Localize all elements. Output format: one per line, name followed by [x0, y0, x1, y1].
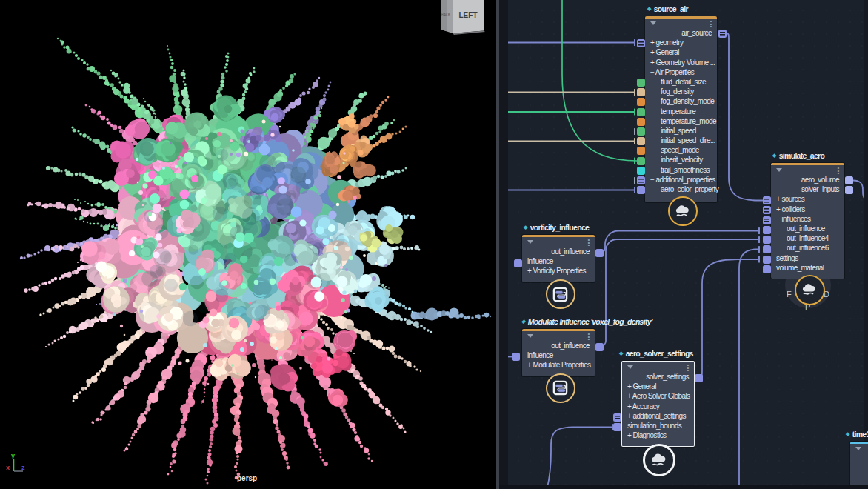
svg-text:z: z: [21, 464, 25, 471]
svg-text:LEFT: LEFT: [459, 11, 478, 19]
svg-text:BACK: BACK: [441, 12, 450, 17]
svg-text:x: x: [6, 464, 10, 471]
svg-text:y: y: [11, 452, 15, 459]
